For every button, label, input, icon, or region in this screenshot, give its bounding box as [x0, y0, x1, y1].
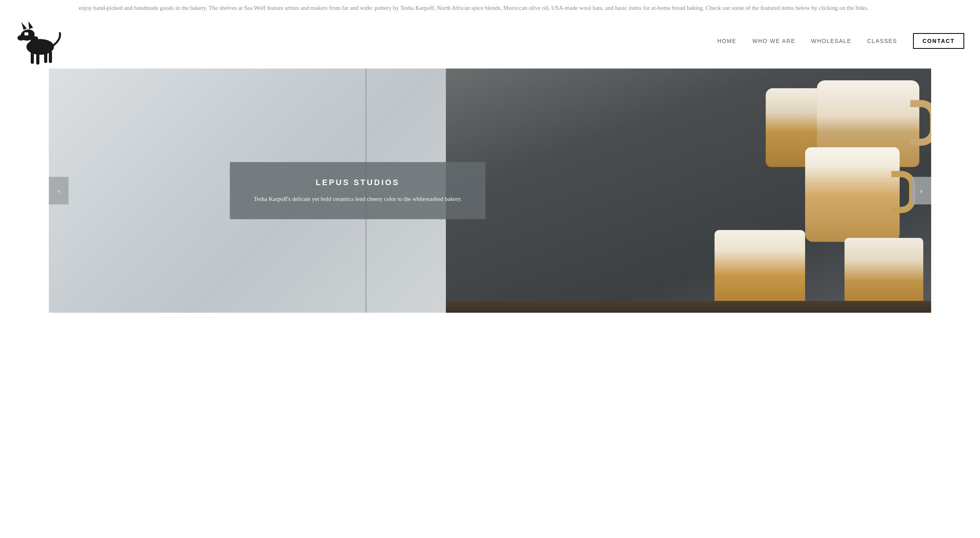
- svg-marker-4: [28, 21, 33, 29]
- nav-classes[interactable]: CLASSES: [867, 38, 897, 44]
- logo-area: [16, 17, 63, 65]
- svg-rect-8: [36, 52, 39, 65]
- slider-prev-button[interactable]: ‹: [49, 177, 69, 204]
- slider-next-button[interactable]: ›: [911, 177, 931, 204]
- mug-mid: [805, 147, 900, 242]
- mug-bottom-left: [715, 230, 805, 313]
- next-icon: ›: [920, 186, 922, 196]
- main-nav: HOME WHO WE ARE WHOLESALE CLASSES CONTAC…: [717, 33, 964, 49]
- nav-home[interactable]: HOME: [717, 38, 737, 44]
- prev-icon: ‹: [58, 186, 60, 196]
- hero-slider: LEPUS STUDIOS Tesha Karpoff's delicate y…: [49, 69, 931, 313]
- svg-rect-7: [31, 52, 34, 64]
- shelf-surface: [446, 301, 931, 313]
- nav-who-we-are[interactable]: WHO WE ARE: [752, 38, 795, 44]
- svg-marker-3: [21, 22, 27, 30]
- ceramics-scene: [446, 69, 931, 313]
- svg-rect-9: [44, 52, 47, 63]
- slide-description: Tesha Karpoff's delicate yet bold cerami…: [254, 194, 462, 203]
- svg-rect-10: [49, 51, 52, 63]
- site-logo[interactable]: [16, 17, 63, 65]
- nav-contact[interactable]: CONTACT: [913, 33, 964, 49]
- intro-partial-text: enjoy hand-picked and handmade goods in …: [0, 0, 980, 13]
- site-header: HOME WHO WE ARE WHOLESALE CLASSES CONTAC…: [0, 13, 980, 69]
- slide-title: LEPUS STUDIOS: [254, 178, 462, 187]
- intro-text-content: enjoy hand-picked and handmade goods in …: [79, 5, 869, 11]
- slide-right-panel: [446, 69, 931, 313]
- nav-wholesale[interactable]: WHOLESALE: [811, 38, 851, 44]
- svg-rect-5: [24, 32, 28, 35]
- slide-lepus: LEPUS STUDIOS Tesha Karpoff's delicate y…: [49, 69, 931, 313]
- svg-rect-6: [30, 35, 38, 45]
- slide-caption: LEPUS STUDIOS Tesha Karpoff's delicate y…: [230, 162, 486, 219]
